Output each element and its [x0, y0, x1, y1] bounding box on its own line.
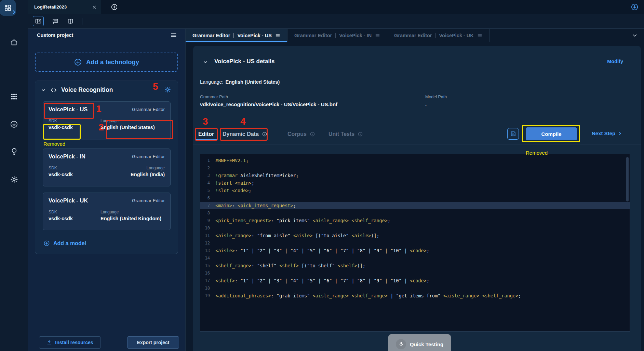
model-language-block: Language English (United States): [100, 118, 165, 130]
editor-scrollbar[interactable]: [626, 157, 629, 201]
code-text: <shelf>: "1" | "2" | "3" | "4" | "5" | "…: [215, 277, 429, 284]
language-value: English (India): [100, 172, 165, 177]
tips-lightbulb-icon[interactable]: [0, 148, 28, 155]
code-line[interactable]: 15<shelf_range>: "shelf" <shelf> [("to s…: [200, 262, 630, 269]
tab-dynamic-data[interactable]: Dynamic Data: [223, 128, 267, 140]
download-icon[interactable]: [631, 3, 639, 11]
code-text: <pick_items_request>: "pick items" <aisl…: [215, 217, 390, 224]
add-technology-button[interactable]: Add a technology: [35, 53, 178, 72]
line-number: 17: [200, 277, 215, 284]
tab-model-label: VoicePick - IN: [339, 33, 372, 38]
line-number: 14: [200, 254, 215, 262]
downloads-icon[interactable]: [0, 120, 28, 128]
info-icon[interactable]: [358, 131, 363, 137]
code-line[interactable]: 17<shelf>: "1" | "2" | "3" | "4" | "5" |…: [200, 277, 630, 284]
export-project-button[interactable]: Export project: [127, 336, 179, 349]
model-card-voicepick-in[interactable]: VoicePick - IN Grammar Editor SDK vsdk-c…: [43, 149, 171, 186]
settings-gear-icon[interactable]: [0, 176, 28, 183]
line-number: 16: [200, 269, 215, 277]
project-panel-header: Custom project: [28, 29, 185, 41]
tab-app-label: Grammar Editor: [192, 33, 230, 38]
modify-link[interactable]: Modify: [607, 59, 623, 64]
project-panel-title: Custom project: [37, 32, 170, 38]
nav-rail: [0, 0, 28, 351]
tab-unit-tests[interactable]: Unit Tests: [328, 128, 363, 140]
line-number: 18: [200, 284, 215, 292]
line-number: 5: [200, 187, 215, 194]
feedback-chat-icon[interactable]: [52, 18, 59, 25]
topbar: LogiRetail2023: [28, 0, 644, 14]
code-line[interactable]: 16: [200, 269, 630, 277]
compile-button[interactable]: Compile: [526, 127, 577, 140]
line-number: 12: [200, 239, 215, 247]
language-value: English (United States): [100, 125, 165, 130]
tab-grammar-editor-voicepick-us[interactable]: Grammar Editor VoicePick - US: [186, 29, 287, 42]
details-language: Language:English (United States): [200, 79, 280, 85]
code-line[interactable]: 12: [200, 239, 630, 247]
model-language-block: Language English (India): [100, 166, 165, 177]
code-line[interactable]: 8: [200, 209, 630, 217]
quick-testing-button[interactable]: Quick Testing: [388, 334, 451, 351]
details-collapse-icon[interactable]: [203, 59, 208, 65]
tab-editor[interactable]: Editor: [195, 128, 217, 140]
app-window: LogiRetail2023 Custom project: [0, 0, 644, 351]
code-line[interactable]: 7<main>: <pick_items_request>;: [200, 202, 630, 209]
home-icon[interactable]: [0, 38, 28, 46]
tabstrip-chevron-down-icon[interactable]: [632, 32, 638, 39]
install-resources-button[interactable]: Install resources: [39, 336, 101, 349]
tab-unit-tests-label: Unit Tests: [328, 131, 354, 137]
next-step-button[interactable]: Next Step: [592, 130, 622, 136]
code-line[interactable]: 3!grammar AisleShelfItemPicker;: [200, 172, 630, 179]
collapse-chevron-icon[interactable]: [41, 87, 46, 93]
tab-grammar-editor-voicepick-in[interactable]: Grammar Editor VoicePick - IN: [287, 29, 387, 42]
panel-menu-icon[interactable]: [170, 32, 177, 39]
sdk-value: vsdk-csdk: [49, 216, 73, 221]
sdk-value: vsdk-csdk: [49, 125, 73, 130]
close-tab-icon[interactable]: [92, 5, 97, 10]
tab-dynamic-data-label: Dynamic Data: [223, 131, 259, 137]
code-line[interactable]: 11<aisle_range>: "from aisle" <aisle> [(…: [200, 232, 630, 239]
info-icon[interactable]: [262, 131, 267, 137]
model-sdk-block: SDK vsdk-csdk: [49, 166, 73, 177]
code-line[interactable]: 2: [200, 164, 630, 172]
code-line[interactable]: 19<additional_phrases>: "grab items" <ai…: [200, 292, 630, 299]
project-tab[interactable]: LogiRetail2023: [28, 0, 101, 14]
tab-grammar-editor-voicepick-uk[interactable]: Grammar Editor VoicePick - UK: [387, 29, 489, 42]
code-line[interactable]: 9<pick_items_request>: "pick items" <ais…: [200, 217, 630, 224]
model-card-voicepick-uk[interactable]: VoicePick - UK Grammar Editor SDK vsdk-c…: [43, 193, 171, 230]
documentation-book-icon[interactable]: [67, 18, 74, 25]
add-model-label: Add a model: [53, 240, 86, 247]
code-line[interactable]: 18: [200, 284, 630, 292]
code-text: !grammar AisleShelfItemPicker;: [215, 172, 299, 179]
voice-recognition-header[interactable]: Voice Recognition: [41, 86, 113, 94]
apps-grid-icon[interactable]: [0, 93, 28, 100]
model-path-value: .: [425, 101, 427, 107]
tab-corpus[interactable]: Corpus: [287, 128, 315, 140]
toggle-side-panel-button[interactable]: [33, 16, 44, 26]
grammar-code-editor[interactable]: 1#BNF+EMV2.1;23!grammar AisleShelfItemPi…: [200, 154, 630, 332]
voice-recognition-settings-icon[interactable]: [164, 86, 171, 93]
new-project-tab-button[interactable]: [111, 0, 118, 14]
upload-icon: [46, 340, 52, 345]
save-button[interactable]: [507, 128, 519, 140]
code-line[interactable]: 4!start <main>;: [200, 179, 630, 187]
model-editor-type: Grammar Editor: [132, 107, 165, 112]
tab-editor-label: Editor: [198, 131, 214, 137]
code-line[interactable]: 14: [200, 254, 630, 262]
code-line[interactable]: 13<aisle>: "1" | "2" | "3" | "4" | "5" |…: [200, 247, 630, 254]
code-line[interactable]: 6: [200, 194, 630, 202]
tab-menu-icon[interactable]: [477, 33, 482, 38]
project-tab-title: LogiRetail2023: [34, 4, 89, 10]
code-line[interactable]: 1#BNF+EMV2.1;: [200, 157, 630, 164]
code-line[interactable]: 10: [200, 224, 630, 232]
info-icon[interactable]: [310, 131, 315, 137]
model-card-voicepick-us[interactable]: VoicePick - US Grammar Editor SDK vsdk-c…: [43, 101, 171, 140]
code-text: <aisle_range>: "from aisle" <aisle> [("t…: [215, 232, 379, 239]
tab-menu-icon[interactable]: [375, 33, 380, 38]
tab-menu-icon[interactable]: [275, 33, 280, 38]
code-brackets-icon: [50, 87, 57, 94]
add-model-button[interactable]: Add a model: [43, 240, 86, 247]
code-line[interactable]: 5!slot <code>;: [200, 187, 630, 194]
expand-rail-icon[interactable]: [0, 9, 28, 16]
model-name: VoicePick - US: [49, 106, 88, 113]
